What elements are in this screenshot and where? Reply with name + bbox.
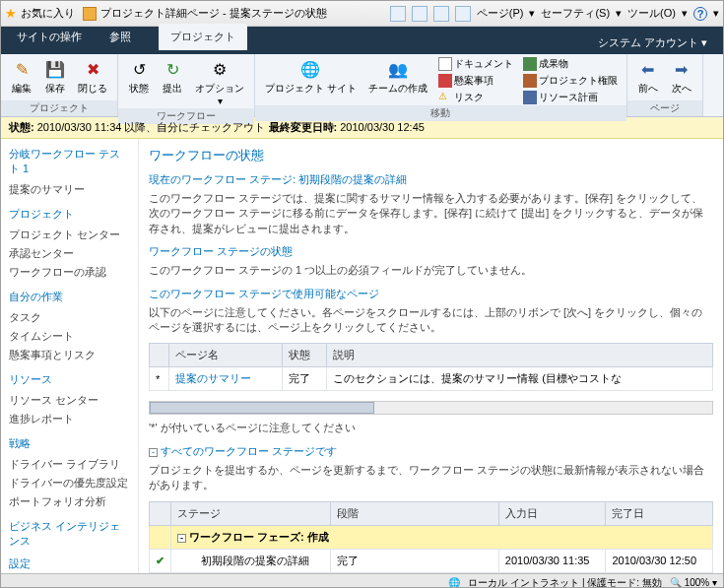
options-button[interactable]: ⚙オプション▾ <box>191 56 248 108</box>
ribbon-group-label-project: プロジェクト <box>1 100 117 116</box>
project-permissions-button[interactable]: プロジェクト権限 <box>520 73 621 89</box>
feeds-icon[interactable] <box>412 6 428 22</box>
phase-row: -ワークフロー フェーズ: 作成 <box>150 525 713 549</box>
help-icon[interactable]: ? <box>693 7 707 21</box>
nav-proposal-summary[interactable]: 提案のサマリー <box>9 180 130 199</box>
page-tab-icon <box>83 7 97 21</box>
browser-statusbar: 🌐 ローカル イントラネット | 保護モード: 無効 🔍 100% ▾ <box>1 573 723 588</box>
nav-header-settings[interactable]: 設定 <box>9 556 130 571</box>
safety-menu[interactable]: セーフティ(S) <box>541 6 610 21</box>
page-menu[interactable]: ページ(P) <box>477 6 524 21</box>
left-navigation: 分岐ワークフロー テスト 1 提案のサマリー プロジェクト プロジェクト センタ… <box>1 139 139 573</box>
zoom-control[interactable]: 🔍 100% ▾ <box>670 577 717 588</box>
nav-portfolio[interactable]: ポートフォリオ分析 <box>9 492 130 511</box>
documents-button[interactable]: ドキュメント <box>435 56 516 72</box>
browse-tab[interactable]: 参照 <box>98 24 143 50</box>
ie-command-bar: ページ(P)▾ セーフティ(S)▾ ツール(O)▾ ?▾ <box>390 6 719 22</box>
ribbon-header: サイトの操作 参照 プロジェクト システム アカウント ▾ <box>1 27 723 54</box>
internet-zone-icon: 🌐 <box>448 577 460 588</box>
home-icon[interactable] <box>390 6 406 22</box>
available-pages-table: ページ名 状態 説明 * 提案のサマリー 完了 このセクションには、提案のサマリ… <box>149 343 713 391</box>
col-complete: 完了日 <box>606 501 713 525</box>
nav-progress-report[interactable]: 進捗レポート <box>9 410 130 428</box>
col-phase: 段階 <box>330 501 498 525</box>
col-page-name: ページ名 <box>169 344 283 367</box>
project-tab[interactable]: プロジェクト <box>159 24 247 50</box>
edit-button[interactable]: ✎編集 <box>7 56 36 98</box>
nav-approval-center[interactable]: 承認センター <box>9 244 130 263</box>
nav-driver-priority[interactable]: ドライバーの優先度設定 <box>9 474 130 492</box>
proposal-summary-link[interactable]: 提案のサマリー <box>175 372 251 384</box>
col-entry: 入力日 <box>498 501 606 525</box>
ribbon-group-project: ✎編集 💾保存 ✖閉じる プロジェクト <box>1 54 118 116</box>
ribbon-group-workflow: ↺状態 ↻提出 ⚙オプション▾ ワークフロー <box>118 54 255 116</box>
ribbon-group-move: 🌐プロジェクト サイト 👥チームの作成 ドキュメント 懸案事項 ⚠リスク 成果物… <box>255 54 627 116</box>
available-pages-title: このワークフロー ステージで使用可能なページ <box>149 287 713 301</box>
check-icon: ✔ <box>150 549 171 572</box>
save-button[interactable]: 💾保存 <box>40 56 70 98</box>
mail-icon[interactable] <box>433 6 449 22</box>
table-row[interactable]: ✔ 初期段階の提案の詳細 完了 2010/03/30 11:35 2010/03… <box>150 549 713 572</box>
table-row[interactable]: ➔ 自動的に却下 進行中 (ワークフロー処理中) 2010/03/30 12:5… <box>150 572 713 573</box>
nav-driver-library[interactable]: ドライバー ライブラリ <box>9 455 130 474</box>
project-site-button[interactable]: 🌐プロジェクト サイト <box>261 56 361 98</box>
next-button[interactable]: ➡次へ <box>667 56 696 98</box>
table-row[interactable]: * 提案のサマリー 完了 このセクションには、提案のサマリー情報 (目標やコスト… <box>150 367 713 391</box>
zone-label: ローカル イントラネット | 保護モード: 無効 <box>468 576 662 589</box>
nav-resource-center[interactable]: リソース センター <box>9 391 130 410</box>
nav-header-resources[interactable]: リソース <box>9 372 130 387</box>
nav-project-center[interactable]: プロジェクト センター <box>9 226 130 244</box>
ribbon-group-label-page: ページ <box>627 100 702 116</box>
deliverables-button[interactable]: 成果物 <box>520 56 621 72</box>
nav-workflow-approval[interactable]: ワークフローの承認 <box>9 263 130 282</box>
all-stages-desc: プロジェクトを提出するか、ページを更新するまで、ワークフロー ステージの状態に最… <box>149 463 713 493</box>
col-page-desc: 説明 <box>327 344 713 367</box>
current-stage-title: 現在のワークフロー ステージ: 初期段階の提案の詳細 <box>149 172 713 187</box>
workflow-stages-table: ステージ 段階 入力日 完了日 -ワークフロー フェーズ: 作成 ✔ 初期段階の… <box>149 501 713 573</box>
tools-menu[interactable]: ツール(O) <box>627 6 676 21</box>
col-page-state: 状態 <box>283 344 327 367</box>
resource-plan-button[interactable]: リソース計画 <box>520 90 621 105</box>
nav-tasks[interactable]: タスク <box>9 308 130 327</box>
nav-header-project[interactable]: プロジェクト <box>9 207 130 222</box>
row-desc: このセクションには、提案のサマリー情報 (目標やコストな <box>327 367 713 391</box>
collapse-icon[interactable]: - <box>149 448 158 457</box>
nav-header-bi[interactable]: ビジネス インテリジェンス <box>9 519 130 549</box>
row-state: 完了 <box>283 367 327 391</box>
nav-header-strategy[interactable]: 戦略 <box>9 436 130 451</box>
ribbon-group-label-move: 移動 <box>255 105 626 121</box>
nav-header-mywork[interactable]: 自分の作業 <box>9 290 130 304</box>
system-account-menu[interactable]: システム アカウント ▾ <box>590 32 715 54</box>
stage-state-desc: このワークフロー ステージの 1 つ以上の必須フィールドが完了していません。 <box>149 263 713 278</box>
horizontal-scrollbar[interactable] <box>149 401 713 415</box>
team-create-button[interactable]: 👥チームの作成 <box>364 56 431 98</box>
risks-button[interactable]: ⚠リスク <box>435 90 516 105</box>
all-stages-title[interactable]: -すべてのワークフロー ステージです <box>149 444 713 459</box>
col-stage: ステージ <box>171 501 331 525</box>
site-actions-menu[interactable]: サイトの操作 <box>17 30 82 44</box>
available-pages-desc: 以下のページに注意してください。各ページをスクロールするには、上部のリボンで [… <box>149 305 713 336</box>
print-icon[interactable] <box>455 6 471 22</box>
prev-button[interactable]: ⬅前へ <box>633 56 663 98</box>
ribbon-group-page: ⬅前へ ➡次へ ページ <box>627 54 703 116</box>
nav-timesheet[interactable]: タイムシート <box>9 327 130 346</box>
favorites-star-icon[interactable]: ★ <box>5 6 17 21</box>
matters-button[interactable]: 懸案事項 <box>435 73 516 89</box>
nav-workflow-test[interactable]: 分岐ワークフロー テスト 1 <box>9 147 130 176</box>
collapse-icon[interactable]: - <box>177 534 186 543</box>
stage-state-title: ワークフロー ステージの状態 <box>149 244 713 259</box>
status-button[interactable]: ↺状態 <box>124 56 154 98</box>
nav-issues-risks[interactable]: 懸案事項とリスク <box>9 346 130 364</box>
submit-button[interactable]: ↻提出 <box>158 56 187 98</box>
main-content: ワークフローの状態 現在のワークフロー ステージ: 初期段階の提案の詳細 このワ… <box>139 139 723 573</box>
row-marker: * <box>150 367 169 391</box>
favorites-label[interactable]: お気に入り <box>21 6 75 21</box>
current-stage-icon: ➔ <box>150 572 171 573</box>
close-button[interactable]: ✖閉じる <box>74 56 111 98</box>
pages-footnote: '*' が付いているページに注意してください <box>149 421 713 435</box>
current-stage-desc: このワークフロー ステージでは、提案に関するサマリー情報を入力する必要があります… <box>149 191 713 236</box>
workflow-status-title: ワークフローの状態 <box>149 147 713 164</box>
page-title: プロジェクト詳細ページ - 提案ステージの状態 <box>100 6 390 21</box>
ribbon-body: ✎編集 💾保存 ✖閉じる プロジェクト ↺状態 ↻提出 ⚙オプション▾ ワークフ… <box>1 54 723 117</box>
